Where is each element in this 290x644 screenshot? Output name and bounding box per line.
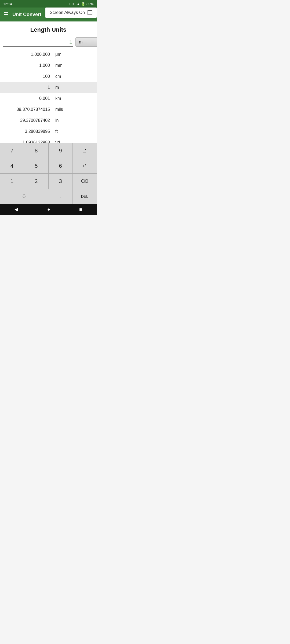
screen-always-on-checkbox[interactable]	[88, 10, 92, 15]
page-title: Length Units	[0, 21, 97, 37]
table-row[interactable]: 0.001 km	[0, 93, 97, 104]
numpad-decimal[interactable]: .	[48, 189, 73, 204]
result-value: 1.0936132983	[0, 137, 53, 143]
nav-recents[interactable]: ■	[79, 207, 82, 212]
result-unit: μm	[53, 49, 97, 60]
toolbar: ☰ Unit Convert Screen Always On	[0, 8, 97, 21]
result-unit: km	[53, 93, 97, 104]
result-unit: in	[53, 115, 97, 126]
screen-always-on-popup: Screen Always On	[45, 8, 97, 18]
app-container: 12:14 LTE ▲ 🔋 80% ☰ Unit Convert Screen …	[0, 0, 97, 215]
numpad-row-3: 1 2 3 ⌫	[0, 174, 97, 189]
status-battery: 80%	[86, 2, 93, 6]
numpad-4[interactable]: 4	[0, 158, 24, 173]
unit-select[interactable]: μm mm cm m km mils in ft yd miles	[75, 37, 97, 47]
result-unit: cm	[53, 71, 97, 82]
result-value: 3.280839895	[0, 126, 53, 137]
value-input[interactable]	[3, 37, 73, 47]
menu-button[interactable]: ☰	[4, 11, 9, 18]
numpad-1[interactable]: 1	[0, 174, 24, 189]
nav-home[interactable]: ●	[47, 207, 50, 212]
table-row[interactable]: 1.0936132983 yd	[0, 137, 97, 143]
scroll-area: Length Units μm mm cm m km mils in ft yd	[0, 21, 97, 143]
result-value: 39.3700787402	[0, 115, 53, 126]
result-value: 39,370.07874015	[0, 104, 53, 115]
numpad-3[interactable]: 3	[49, 174, 73, 189]
result-value: 1	[0, 82, 53, 93]
numpad-copy[interactable]: 🗋	[73, 143, 97, 158]
results-table: 1,000,000 μm 1,000 mm 100 cm 1 m 0.001 k…	[0, 49, 97, 143]
numpad-7[interactable]: 7	[0, 143, 24, 158]
result-unit: mm	[53, 60, 97, 71]
table-row[interactable]: 1 m	[0, 82, 97, 93]
numpad-del[interactable]: DEL	[73, 189, 97, 204]
result-unit: yd	[53, 137, 97, 143]
numpad-5[interactable]: 5	[24, 158, 48, 173]
table-row[interactable]: 1,000 mm	[0, 60, 97, 71]
numpad-0[interactable]: 0	[0, 189, 48, 204]
numpad-8[interactable]: 8	[24, 143, 48, 158]
signal-icon: ▲	[77, 2, 80, 6]
backspace-icon: ⌫	[81, 178, 88, 184]
unit-select-wrapper: μm mm cm m km mils in ft yd miles	[75, 37, 97, 47]
table-row[interactable]: 39,370.07874015 mils	[0, 104, 97, 115]
result-value: 1,000	[0, 60, 53, 71]
screen-always-on-label: Screen Always On	[50, 10, 85, 15]
result-value: 1,000,000	[0, 49, 53, 60]
numpad-row-4: 0 . DEL	[0, 189, 97, 204]
numpad: 7 8 9 🗋 4 5 6 +/- 1 2 3 ⌫ 0 . DEL	[0, 143, 97, 204]
status-bar: 12:14 LTE ▲ 🔋 80%	[0, 0, 97, 8]
numpad-row-2: 4 5 6 +/-	[0, 158, 97, 174]
status-right: LTE ▲ 🔋 80%	[69, 2, 93, 6]
numpad-plus-minus[interactable]: +/-	[73, 158, 97, 173]
status-time: 12:14	[3, 2, 12, 6]
numpad-2[interactable]: 2	[24, 174, 48, 189]
results-section: 1,000,000 μm 1,000 mm 100 cm 1 m 0.001 k…	[0, 49, 97, 143]
table-row[interactable]: 1,000,000 μm	[0, 49, 97, 60]
input-row: μm mm cm m km mils in ft yd miles	[0, 37, 97, 47]
result-unit: m	[53, 82, 97, 93]
table-row[interactable]: 39.3700787402 in	[0, 115, 97, 126]
status-signal: LTE	[69, 2, 75, 6]
nav-bar: ◀ ● ■	[0, 204, 97, 215]
main-content: Length Units μm mm cm m km mils in ft yd	[0, 21, 97, 143]
nav-back[interactable]: ◀	[15, 206, 18, 212]
battery-icon: 🔋	[81, 2, 85, 6]
numpad-row-1: 7 8 9 🗋	[0, 143, 97, 158]
table-row[interactable]: 3.280839895 ft	[0, 126, 97, 137]
numpad-9[interactable]: 9	[49, 143, 73, 158]
result-value: 0.001	[0, 93, 53, 104]
numpad-6[interactable]: 6	[49, 158, 73, 173]
result-unit: ft	[53, 126, 97, 137]
result-unit: mils	[53, 104, 97, 115]
result-value: 100	[0, 71, 53, 82]
table-row[interactable]: 100 cm	[0, 71, 97, 82]
copy-icon: 🗋	[82, 148, 87, 154]
numpad-backspace[interactable]: ⌫	[73, 174, 97, 189]
